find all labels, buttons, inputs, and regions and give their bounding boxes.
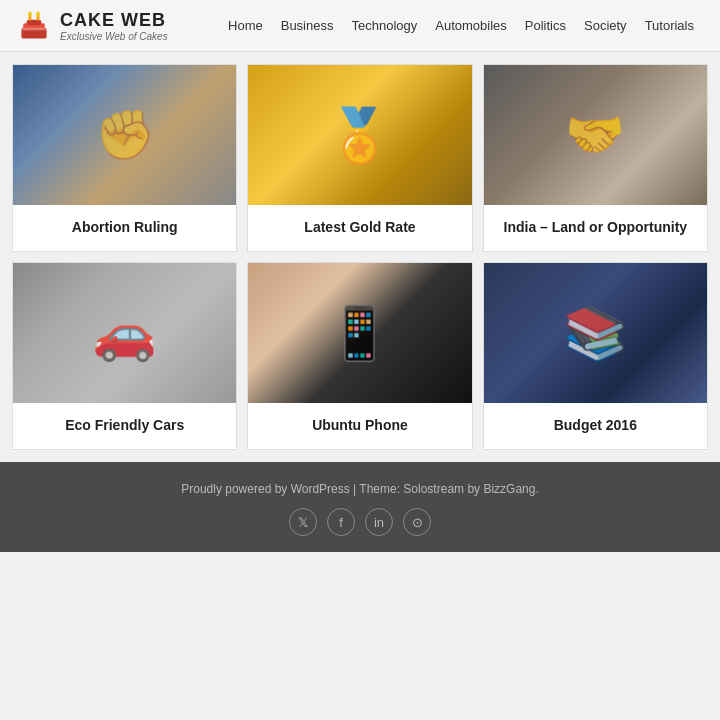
social-icons-group: 𝕏 f in ⊙ (10, 508, 710, 536)
article-grid: Abortion Ruling Latest Gold Rate India –… (12, 64, 708, 450)
card-abortion-label: Abortion Ruling (13, 205, 236, 251)
twitter-icon[interactable]: 𝕏 (289, 508, 317, 536)
card-budget-image (484, 263, 707, 403)
card-phone[interactable]: Ubuntu Phone (247, 262, 472, 450)
card-car-image (13, 263, 236, 403)
site-title: CAKE WEB (60, 10, 168, 31)
card-budget-label: Budget 2016 (484, 403, 707, 449)
card-car-label: Eco Friendly Cars (13, 403, 236, 449)
logo[interactable]: CAKE WEB Exclusive Web of Cakes (16, 8, 186, 44)
card-abortion[interactable]: Abortion Ruling (12, 64, 237, 252)
facebook-icon[interactable]: f (327, 508, 355, 536)
nav-tutorials[interactable]: Tutorials (645, 18, 694, 33)
card-gold-image (248, 65, 471, 205)
card-india[interactable]: India – Land or Opportunity (483, 64, 708, 252)
cake-logo-icon (16, 8, 52, 44)
svg-point-5 (28, 11, 32, 16)
linkedin-icon[interactable]: in (365, 508, 393, 536)
nav-business[interactable]: Business (281, 18, 334, 33)
main-nav: Home Business Technology Automobiles Pol… (186, 18, 704, 33)
card-car[interactable]: Eco Friendly Cars (12, 262, 237, 450)
site-header: CAKE WEB Exclusive Web of Cakes Home Bus… (0, 0, 720, 52)
card-budget[interactable]: Budget 2016 (483, 262, 708, 450)
nav-home[interactable]: Home (228, 18, 263, 33)
main-content: Abortion Ruling Latest Gold Rate India –… (0, 52, 720, 462)
nav-society[interactable]: Society (584, 18, 627, 33)
card-gold-label: Latest Gold Rate (248, 205, 471, 251)
card-phone-label: Ubuntu Phone (248, 403, 471, 449)
site-footer: Proudly powered by WordPress | Theme: So… (0, 462, 720, 552)
nav-politics[interactable]: Politics (525, 18, 566, 33)
footer-text: Proudly powered by WordPress | Theme: So… (10, 482, 710, 496)
card-phone-image (248, 263, 471, 403)
nav-automobiles[interactable]: Automobiles (435, 18, 507, 33)
card-india-image (484, 65, 707, 205)
card-india-label: India – Land or Opportunity (484, 205, 707, 251)
nav-technology[interactable]: Technology (351, 18, 417, 33)
card-abortion-image (13, 65, 236, 205)
svg-point-6 (36, 11, 40, 16)
logo-text: CAKE WEB Exclusive Web of Cakes (60, 10, 168, 42)
github-icon[interactable]: ⊙ (403, 508, 431, 536)
site-subtitle: Exclusive Web of Cakes (60, 31, 168, 42)
svg-rect-7 (21, 27, 46, 30)
card-gold[interactable]: Latest Gold Rate (247, 64, 472, 252)
